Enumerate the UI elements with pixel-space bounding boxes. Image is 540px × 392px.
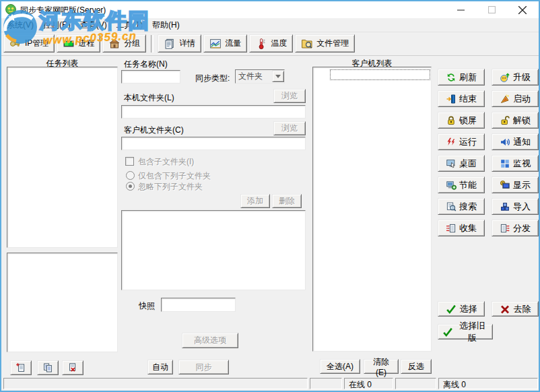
include-subfolders-label: 包含子文件夹(I) xyxy=(138,156,194,168)
unlock-button[interactable]: 解锁 xyxy=(492,112,539,129)
menu-item-view[interactable]: 查看(V) xyxy=(75,18,112,32)
import-button[interactable]: 导入 xyxy=(492,198,539,215)
client-actions: 刷新 升级 结束 启动 锁屏 解锁 运行 通知 桌面 监视 节能 显示 搜索 导… xyxy=(438,69,539,236)
temperature-icon xyxy=(255,38,267,50)
task-listbox[interactable] xyxy=(7,67,118,248)
remove-x-icon xyxy=(500,304,510,315)
subfolder-listbox[interactable] xyxy=(121,210,306,290)
clear-selection-button[interactable]: 清除(E) xyxy=(364,359,399,374)
distribute-button[interactable]: 分发 xyxy=(492,220,539,236)
snapshot-input[interactable] xyxy=(161,298,236,312)
monitor-button[interactable]: 监视 xyxy=(492,155,539,172)
app-window: 同步专家网吧版(Server) 系统(V) 控制(R) 查看(V) 工具(T) … xyxy=(0,0,540,392)
menu-item-help[interactable]: 帮助(H) xyxy=(147,18,184,32)
ignore-subfolders-radio[interactable] xyxy=(126,182,135,191)
task-detail-listbox[interactable] xyxy=(7,253,118,352)
only-include-radio[interactable] xyxy=(126,171,135,180)
process-icon xyxy=(63,38,75,50)
unlock-icon xyxy=(500,115,510,126)
menu-item-system[interactable]: 系统(V) xyxy=(2,18,38,32)
refresh-button[interactable]: 刷新 xyxy=(438,69,485,86)
task-delete-button[interactable] xyxy=(62,360,83,375)
start-icon xyxy=(500,94,510,104)
ip-manage-icon xyxy=(9,38,22,50)
start-button[interactable]: 启动 xyxy=(492,90,539,107)
run-icon xyxy=(446,137,457,148)
display-icon xyxy=(500,180,510,191)
delete-button[interactable]: 删除 xyxy=(272,194,302,208)
maximize-button[interactable] xyxy=(477,1,507,18)
app-icon[interactable] xyxy=(5,4,16,15)
action-label: 去除 xyxy=(514,303,531,315)
toolbar-button-label: 进程 xyxy=(78,38,94,49)
close-button[interactable] xyxy=(507,1,538,18)
desktop-button[interactable]: 桌面 xyxy=(438,155,485,172)
task-new-button[interactable] xyxy=(10,360,32,375)
status-panel-spare2 xyxy=(395,378,436,389)
select-old-version-button[interactable]: 选择旧版 xyxy=(438,324,493,339)
toolbar: IP管理 进程 分组 详情 流量 温度 文件管理 xyxy=(1,32,539,56)
local-folder-input[interactable] xyxy=(121,105,306,119)
toolbar-process-button[interactable]: 进程 xyxy=(57,34,100,53)
power-save-button[interactable]: 节能 xyxy=(438,176,485,193)
status-panel-spare xyxy=(310,378,342,389)
collect-button[interactable]: 收集 xyxy=(438,220,485,236)
menu-item-control[interactable]: 控制(R) xyxy=(38,18,75,32)
include-subfolders-checkbox[interactable] xyxy=(125,157,134,166)
desktop-icon xyxy=(446,158,457,169)
select-button[interactable]: 选择 xyxy=(438,301,485,317)
search-button[interactable]: 搜索 xyxy=(438,198,485,215)
advanced-options-button[interactable]: 高级选项 xyxy=(182,333,238,348)
minimize-button[interactable] xyxy=(446,1,476,18)
task-copy-button[interactable] xyxy=(37,360,59,375)
remove-button[interactable]: 去除 xyxy=(492,301,539,317)
lock-screen-button[interactable]: 锁屏 xyxy=(438,112,485,129)
browse-local-button[interactable]: 浏览 xyxy=(273,89,306,103)
ignore-subfolders-label: 忽略下列子文件夹 xyxy=(138,181,203,193)
sync-button[interactable]: 同步 xyxy=(178,360,229,374)
action-label: 选择 xyxy=(460,303,477,315)
client-folder-label: 客户机文件夹(C) xyxy=(124,125,184,136)
toolbar-file-manage-button[interactable]: 文件管理 xyxy=(295,34,355,53)
toolbar-ip-manage-button[interactable]: IP管理 xyxy=(3,34,55,53)
toolbar-button-label: 温度 xyxy=(271,38,287,49)
run-button[interactable]: 运行 xyxy=(438,133,485,150)
task-new-icon xyxy=(15,362,26,373)
toolbar-group-button[interactable]: 分组 xyxy=(102,34,146,53)
end-icon xyxy=(446,94,457,104)
toolbar-traffic-button[interactable]: 流量 xyxy=(203,34,247,53)
auto-button[interactable]: 自动 xyxy=(147,360,173,374)
status-online: 在线 0 xyxy=(344,378,393,389)
action-label: 启动 xyxy=(513,93,531,105)
add-button[interactable]: 添加 xyxy=(240,194,270,208)
traffic-icon xyxy=(209,38,222,50)
status-panel-main xyxy=(3,378,308,389)
toolbar-details-button[interactable]: 详情 xyxy=(158,34,201,53)
upgrade-button[interactable]: 升级 xyxy=(492,69,539,86)
action-label: 桌面 xyxy=(459,158,477,170)
toolbar-button-label: 详情 xyxy=(179,38,195,49)
display-button[interactable]: 显示 xyxy=(492,176,539,193)
end-button[interactable]: 结束 xyxy=(438,90,485,107)
search-icon xyxy=(446,201,457,212)
invert-selection-button[interactable]: 反选 xyxy=(401,359,432,374)
select-all-button[interactable]: 全选(A) xyxy=(320,359,360,374)
client-folder-input[interactable] xyxy=(121,137,306,150)
action-label: 收集 xyxy=(459,222,477,234)
action-label: 通知 xyxy=(513,136,531,148)
action-label: 运行 xyxy=(459,136,477,148)
client-list-focused-item[interactable] xyxy=(330,69,430,80)
lock-icon xyxy=(446,115,457,126)
toolbar-temperature-button[interactable]: 温度 xyxy=(249,34,293,53)
notify-button[interactable]: 通知 xyxy=(492,133,539,150)
toolbar-button-label: IP管理 xyxy=(25,38,48,49)
group-icon xyxy=(108,38,121,50)
menu-item-tools[interactable]: 工具(T) xyxy=(112,18,147,32)
monitor-icon xyxy=(500,158,510,169)
sync-type-combo[interactable]: 文件夹 xyxy=(235,69,285,84)
browse-client-button[interactable]: 浏览 xyxy=(273,121,306,135)
sync-type-label: 同步类型: xyxy=(195,73,230,84)
combo-arrow-button[interactable] xyxy=(272,71,284,82)
client-listbox[interactable] xyxy=(312,67,432,352)
task-name-input[interactable] xyxy=(121,70,180,84)
